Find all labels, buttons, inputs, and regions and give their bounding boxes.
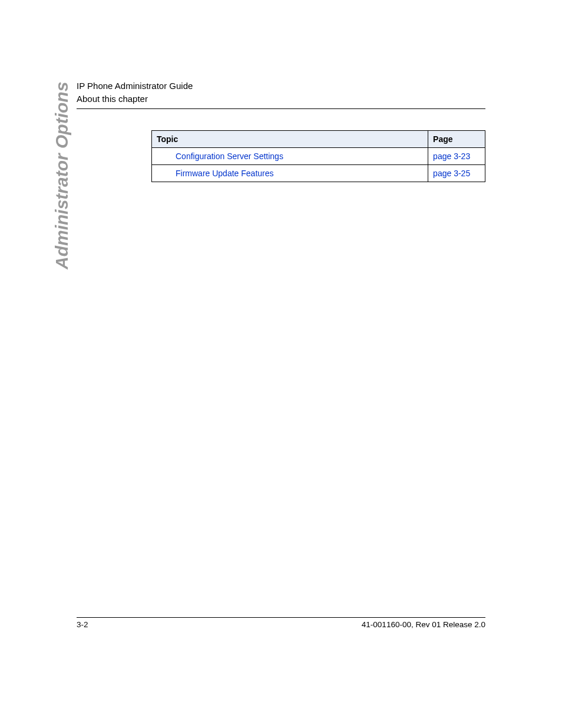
page-link[interactable]: page 3-25 [433, 169, 470, 178]
table-row: Configuration Server Settings page 3-23 [152, 148, 485, 165]
page-footer: 3-2 41-001160-00, Rev 01 Release 2.0 [77, 617, 485, 629]
page-cell: page 3-25 [428, 165, 485, 182]
page-cell: page 3-23 [428, 148, 485, 165]
header-line-1: IP Phone Administrator Guide [77, 80, 485, 93]
page-header: IP Phone Administrator Guide About this … [77, 80, 485, 109]
topic-link[interactable]: Configuration Server Settings [176, 151, 283, 161]
topic-table: Topic Page Configuration Server Settings… [151, 130, 485, 182]
page-number: 3-2 [77, 620, 88, 629]
topic-cell: Firmware Update Features [152, 165, 428, 182]
table-header-row: Topic Page [152, 131, 485, 148]
header-line-2: About this chapter [77, 93, 485, 106]
table-row: Firmware Update Features page 3-25 [152, 165, 485, 182]
doc-id: 41-001160-00, Rev 01 Release 2.0 [362, 620, 485, 629]
col-header-page: Page [428, 131, 485, 148]
section-tab: Administrator Options [52, 82, 72, 269]
col-header-topic: Topic [152, 131, 428, 148]
footer-rule [77, 617, 485, 618]
topic-cell: Configuration Server Settings [152, 148, 428, 165]
topic-link[interactable]: Firmware Update Features [176, 169, 274, 178]
page-link[interactable]: page 3-23 [433, 151, 470, 161]
header-rule [77, 108, 485, 109]
